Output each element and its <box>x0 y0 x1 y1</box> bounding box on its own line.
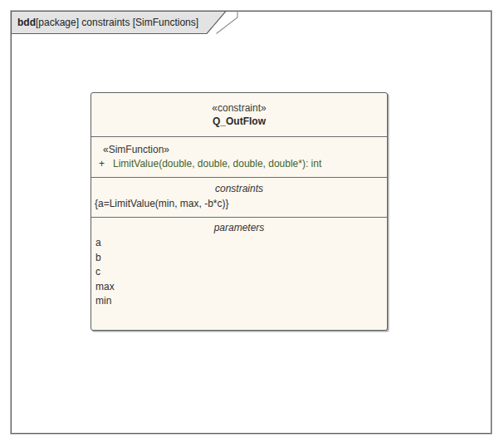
diagram-canvas: bdd[package] constraints [SimFunctions] … <box>0 0 504 447</box>
frame-title-keyword: bdd <box>17 17 36 28</box>
block-name: Q_OutFlow <box>213 115 266 127</box>
parameter-item: c <box>95 265 383 280</box>
constraints-label: constraints <box>91 183 387 194</box>
operation-visibility: + <box>96 158 105 169</box>
parameter-list: a b c max min <box>91 233 387 309</box>
parameter-item: max <box>95 280 383 295</box>
operation-row: + LimitValue(double, double, double, dou… <box>96 158 382 169</box>
frame-title-rest: [package] constraints [SimFunctions] <box>36 17 198 28</box>
constraint-block-Q_OutFlow[interactable]: «constraint» Q_OutFlow «SimFunction» + L… <box>91 92 388 331</box>
parameters-compartment: parameters a b c max min <box>91 217 387 330</box>
constraints-compartment: constraints {a=LimitValue(min, max, -b*c… <box>91 177 387 217</box>
parameter-item: a <box>95 236 383 251</box>
parameter-item: min <box>95 294 383 309</box>
constraint-expression: {a=LimitValue(min, max, -b*c)} <box>91 194 387 209</box>
diagram-frame: bdd[package] constraints [SimFunctions] … <box>11 11 492 434</box>
behavior-compartment: «SimFunction» + LimitValue(double, doubl… <box>91 136 387 177</box>
block-header-compartment: «constraint» Q_OutFlow <box>91 93 387 136</box>
frame-title: bdd[package] constraints [SimFunctions] <box>17 11 198 33</box>
behavior-stereotype: «SimFunction» <box>96 144 382 155</box>
parameter-item: b <box>95 251 383 266</box>
frame-name-tab: bdd[package] constraints [SimFunctions] <box>11 11 243 35</box>
operation-signature: LimitValue(double, double, double, doubl… <box>105 158 321 169</box>
parameters-label: parameters <box>91 222 387 233</box>
block-stereotype: «constraint» <box>212 102 266 114</box>
